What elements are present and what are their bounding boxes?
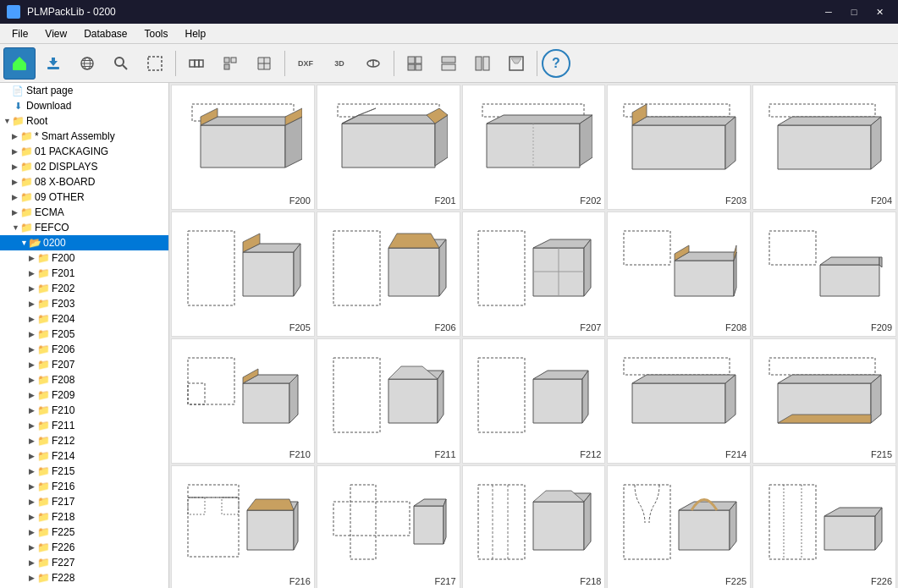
sidebar-item-f208[interactable]: ▶ 📁 F208 — [0, 372, 168, 387]
svg-marker-1 — [13, 57, 26, 63]
menu-file[interactable]: File — [3, 26, 36, 41]
sidebar-item-f209[interactable]: ▶ 📁 F209 — [0, 387, 168, 403]
sidebar-item-smart-assembly[interactable]: ▶ 📁 * Smart Assembly — [0, 129, 168, 144]
sidebar-item-01-packaging[interactable]: ▶ 📁 01 PACKAGING — [0, 144, 168, 159]
svg-marker-96 — [388, 366, 438, 379]
view1-button[interactable] — [399, 47, 431, 80]
folder-icon: 📁 — [37, 557, 49, 569]
menu-database[interactable]: Database — [75, 26, 135, 41]
thumb-f205[interactable]: F205 — [171, 212, 315, 337]
sidebar-item-root[interactable]: ▼ 📁 Root — [0, 113, 168, 129]
sidebar-item-f200[interactable]: ▶ 📁 F200 — [0, 250, 168, 266]
sidebar-item-fefco[interactable]: ▼ 📁 FEFCO — [0, 220, 168, 235]
menu-tools[interactable]: Tools — [136, 26, 177, 41]
thumb-f214[interactable]: F214 — [607, 338, 751, 464]
sidebar-item-f203[interactable]: ▶ 📁 F203 — [0, 296, 168, 311]
thumb-f202[interactable]: F202 — [462, 85, 606, 210]
close-button[interactable]: ✕ — [868, 3, 891, 20]
svg-rect-105 — [769, 358, 875, 375]
thumb-f212[interactable]: F212 — [462, 338, 606, 464]
content-area[interactable]: F200 F201 — [169, 83, 898, 588]
sidebar-item-08-xboard[interactable]: ▶ 📁 08 X-BOARD — [0, 174, 168, 190]
sidebar-item-09-other[interactable]: ▶ 📁 09 OTHER — [0, 190, 168, 205]
thumb-f201[interactable]: F201 — [317, 85, 460, 210]
menu-view[interactable]: View — [36, 26, 75, 41]
download-button[interactable] — [37, 47, 69, 80]
dieline-button[interactable] — [180, 47, 212, 80]
sidebar-item-f207[interactable]: ▶ 📁 F207 — [0, 357, 168, 372]
home-button[interactable] — [3, 47, 36, 80]
thumb-f203[interactable]: F203 — [607, 85, 751, 210]
view2-button[interactable] — [432, 47, 465, 80]
sidebar-item-f205[interactable]: ▶ 📁 F205 — [0, 327, 168, 342]
thumb-f208[interactable]: F208 — [607, 212, 751, 337]
sidebar-item-f228[interactable]: ▶ 📁 F228 — [0, 570, 168, 585]
sidebar-item-f226[interactable]: ▶ 📁 F226 — [0, 540, 168, 555]
thumb-f200[interactable]: F200 — [171, 85, 315, 210]
thumb-f225[interactable]: F225 — [607, 465, 751, 588]
sidebar-item-f225[interactable]: ▶ 📁 F225 — [0, 525, 168, 540]
help-button[interactable]: ? — [542, 49, 570, 78]
thumb-f204[interactable]: F204 — [752, 85, 896, 210]
thumb-f226[interactable]: F226 — [752, 465, 896, 588]
sidebar-item-f202[interactable]: ▶ 📁 F202 — [0, 281, 168, 296]
search-button[interactable] — [105, 47, 137, 80]
sidebar-item-f217[interactable]: ▶ 📁 F217 — [0, 494, 168, 509]
sidebar-item-ecma[interactable]: ▶ 📁 ECMA — [0, 205, 168, 220]
maximize-button[interactable]: □ — [842, 3, 866, 20]
svg-marker-138 — [824, 508, 882, 516]
3d-rotate-button[interactable] — [357, 47, 389, 80]
sidebar-item-f227[interactable]: ▶ 📁 F227 — [0, 555, 168, 570]
sidebar-item-start-page[interactable]: 📄 Start page — [0, 83, 168, 98]
svg-marker-116 — [294, 502, 298, 550]
folder-icon: 📁 — [37, 435, 49, 447]
sidebar-item-f206[interactable]: ▶ 📁 F206 — [0, 342, 168, 357]
sidebar-item-f204[interactable]: ▶ 📁 F204 — [0, 311, 168, 327]
sidebar-item-f211[interactable]: ▶ 📁 F211 — [0, 418, 168, 433]
sidebar-item-f216[interactable]: ▶ 📁 F216 — [0, 479, 168, 494]
sidebar-item-f210[interactable]: ▶ 📁 F210 — [0, 403, 168, 418]
thumb-f210[interactable]: F210 — [171, 338, 315, 464]
svg-marker-100 — [582, 371, 588, 423]
window-controls: ─ □ ✕ — [817, 3, 891, 20]
minimize-button[interactable]: ─ — [817, 3, 840, 20]
view3-button[interactable] — [466, 47, 499, 80]
thumb-f215[interactable]: F215 — [752, 338, 896, 464]
thumb-f206[interactable]: F206 — [317, 212, 460, 337]
select-button[interactable] — [139, 47, 171, 80]
sidebar-item-f215[interactable]: ▶ 📁 F215 — [0, 464, 168, 479]
sidebar-label-f210: F210 — [52, 404, 74, 416]
sidebar-item-f212[interactable]: ▶ 📁 F212 — [0, 433, 168, 448]
svg-rect-26 — [408, 64, 415, 70]
svg-rect-119 — [333, 502, 410, 536]
svg-marker-53 — [632, 117, 735, 125]
thumb-label-f211: F211 — [435, 449, 456, 459]
thumb-f217[interactable]: F217 — [317, 465, 460, 588]
sidebar-scroll[interactable]: 📄 Start page ⬇ Download ▼ 📁 Root ▶ 📁 * S… — [0, 83, 168, 588]
svg-marker-63 — [294, 244, 300, 296]
fold-button[interactable] — [214, 47, 246, 80]
sidebar-item-f218[interactable]: ▶ 📁 F218 — [0, 509, 168, 525]
web-button[interactable] — [71, 47, 103, 80]
menu-help[interactable]: Help — [177, 26, 215, 41]
folder-icon: 📁 — [37, 526, 49, 538]
sidebar-item-f214[interactable]: ▶ 📁 F214 — [0, 448, 168, 464]
tree-arrow: ▶ — [29, 254, 37, 262]
sidebar-item-f201[interactable]: ▶ 📁 F201 — [0, 266, 168, 281]
export-3d-button[interactable]: 3D — [323, 47, 355, 80]
sidebar-item-download[interactable]: ⬇ Download — [0, 98, 168, 113]
view4-button[interactable] — [500, 47, 532, 80]
export-dxf-button[interactable]: DXF — [289, 47, 322, 80]
thumb-f211[interactable]: F211 — [317, 338, 460, 464]
sidebar-item-0200[interactable]: ▼ 📂 0200 — [0, 235, 168, 250]
thumb-f207[interactable]: F207 — [462, 212, 606, 337]
sidebar-item-02-displays[interactable]: ▶ 📁 02 DISPLAYS — [0, 159, 168, 174]
tree-arrow: ▶ — [29, 497, 37, 506]
fold2-button[interactable] — [248, 47, 280, 80]
thumb-f216[interactable]: F216 — [171, 465, 315, 588]
thumb-img-f210 — [175, 343, 311, 449]
svg-marker-108 — [871, 375, 881, 423]
thumb-f209[interactable]: F209 — [752, 212, 896, 337]
thumb-f218[interactable]: F218 — [462, 465, 606, 588]
svg-rect-12 — [148, 57, 162, 70]
